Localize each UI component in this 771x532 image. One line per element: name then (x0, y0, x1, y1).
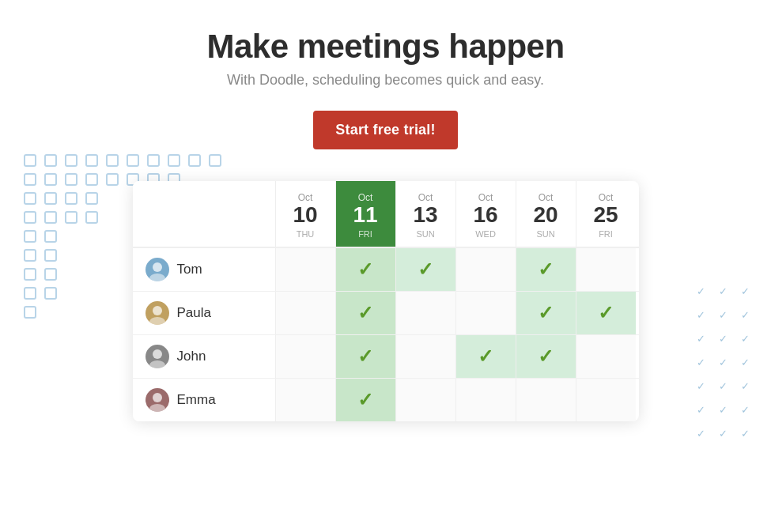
person-name-john: John (177, 349, 206, 364)
vote-oct25-tom[interactable] (576, 248, 636, 291)
vote-oct25-paula[interactable]: ✓ (576, 292, 636, 334)
person-cell-paula: Paula (133, 292, 275, 334)
person-name-paula: Paula (177, 305, 211, 321)
vote-oct10-tom[interactable] (275, 248, 335, 291)
date-col-oct11: Oct 11 FRI (335, 181, 395, 247)
avatar-paula (146, 301, 169, 325)
person-row-paula: Paula ✓ ✓ ✓ (133, 291, 639, 334)
person-row-emma: Emma ✓ (133, 378, 639, 421)
date-col-oct20: Oct 20 SUN (516, 181, 576, 247)
name-col-header (133, 181, 275, 247)
person-row-tom: Tom ✓ ✓ ✓ (133, 247, 639, 291)
vote-oct11-john[interactable]: ✓ (335, 335, 395, 378)
svg-point-2 (153, 306, 162, 315)
date-col-oct10: Oct 10 THU (275, 181, 335, 247)
vote-oct13-emma[interactable] (395, 379, 455, 421)
person-cell-tom: Tom (133, 248, 275, 291)
person-name-emma: Emma (177, 392, 216, 408)
cta-button[interactable]: Start free trial! (313, 111, 457, 149)
vote-oct10-john[interactable] (275, 335, 335, 378)
vote-oct25-john[interactable] (576, 335, 636, 378)
vote-oct20-john[interactable]: ✓ (516, 335, 576, 378)
date-header-row: Oct 10 THU Oct 11 FRI Oct 13 SUN (133, 181, 639, 247)
vote-oct13-tom[interactable]: ✓ (395, 248, 455, 291)
vote-oct13-john[interactable] (395, 335, 455, 378)
main-content: Make meetings happen With Doodle, schedu… (0, 0, 771, 421)
vote-oct13-paula[interactable] (395, 292, 455, 334)
vote-oct20-tom[interactable]: ✓ (516, 248, 576, 291)
date-col-oct13: Oct 13 SUN (395, 181, 455, 247)
date-col-oct16: Oct 16 WED (455, 181, 516, 247)
avatar-tom (146, 258, 169, 281)
svg-point-1 (149, 274, 165, 281)
svg-point-5 (149, 360, 165, 368)
calendar-table: Oct 10 THU Oct 11 FRI Oct 13 SUN (133, 181, 639, 421)
vote-oct10-paula[interactable] (275, 292, 335, 334)
vote-oct11-paula[interactable]: ✓ (335, 292, 395, 334)
avatar-emma (146, 388, 169, 412)
svg-point-0 (153, 262, 162, 272)
calendar-wrapper: Oct 10 THU Oct 11 FRI Oct 13 SUN (0, 181, 771, 421)
vote-oct20-emma[interactable] (516, 379, 576, 421)
vote-oct16-tom[interactable] (455, 248, 516, 291)
person-row-john: John ✓ ✓ ✓ (133, 334, 639, 378)
svg-point-6 (153, 393, 162, 402)
page-headline: Make meetings happen (206, 28, 564, 66)
vote-oct16-john[interactable]: ✓ (455, 335, 516, 378)
page-subheadline: With Doodle, scheduling becomes quick an… (227, 72, 544, 89)
vote-oct25-emma[interactable] (576, 379, 636, 421)
person-name-tom: Tom (177, 262, 202, 277)
vote-oct16-paula[interactable] (455, 292, 516, 334)
person-cell-john: John (133, 335, 275, 378)
person-cell-emma: Emma (133, 379, 275, 421)
svg-point-3 (149, 317, 165, 325)
vote-oct11-emma[interactable]: ✓ (335, 379, 395, 421)
vote-oct11-tom[interactable]: ✓ (335, 248, 395, 291)
vote-oct20-paula[interactable]: ✓ (516, 292, 576, 334)
vote-oct10-emma[interactable] (275, 379, 335, 421)
svg-point-4 (153, 349, 162, 359)
date-col-oct25: Oct 25 FRI (576, 181, 636, 247)
avatar-john (146, 345, 169, 368)
vote-oct16-emma[interactable] (455, 379, 516, 421)
svg-point-7 (149, 404, 165, 412)
